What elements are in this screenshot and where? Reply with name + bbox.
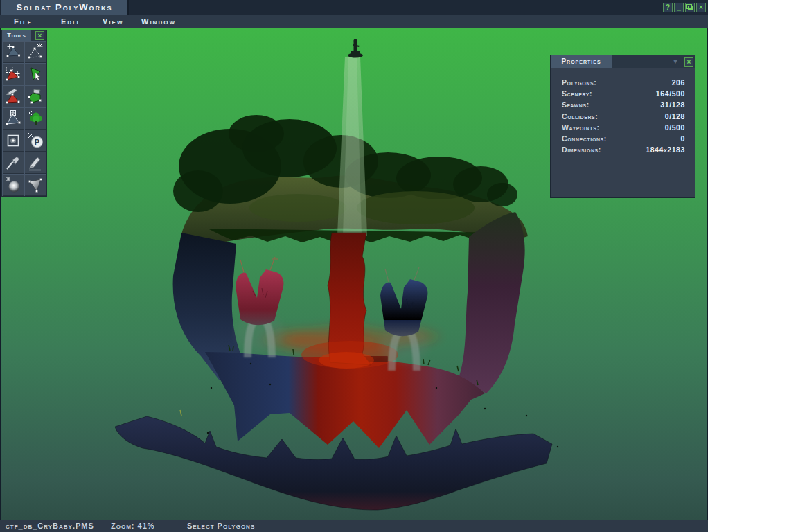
depth-tool-button[interactable] bbox=[24, 174, 46, 196]
transform-tool-icon bbox=[4, 43, 22, 61]
properties-close-button[interactable]: × bbox=[684, 57, 693, 66]
spawn-tool-button[interactable] bbox=[2, 130, 24, 152]
close-button[interactable]: × bbox=[696, 3, 706, 12]
waypoint-tool-button[interactable]: P bbox=[24, 130, 46, 152]
collapse-icon[interactable]: ▼ bbox=[672, 55, 679, 68]
map-canvas[interactable]: Tools × bbox=[1, 28, 707, 520]
svg-text:P: P bbox=[35, 138, 39, 146]
restore-button[interactable] bbox=[685, 3, 695, 12]
scenery-tool-button[interactable] bbox=[24, 107, 46, 130]
vertex-selection-tool-button[interactable] bbox=[24, 41, 46, 63]
property-row-polygons: Polygons: 206 bbox=[551, 77, 695, 88]
tools-close-button[interactable]: × bbox=[35, 31, 44, 40]
menu-window[interactable]: Window bbox=[141, 15, 176, 28]
menu-bar: File Edit View Window bbox=[0, 15, 708, 28]
depth-tool-icon bbox=[26, 176, 44, 194]
texture-tool-icon bbox=[26, 87, 44, 105]
property-row-colliders: Colliders: 0/128 bbox=[551, 111, 695, 122]
right-wall bbox=[459, 212, 525, 393]
property-value: 206 bbox=[672, 77, 685, 88]
property-label: Scenery: bbox=[562, 88, 592, 99]
move-tool-button[interactable] bbox=[24, 63, 46, 85]
app-window: Soldat PolyWorks ? _ × File Edit View Wi… bbox=[0, 0, 708, 532]
title-bar[interactable]: Soldat PolyWorks ? _ × bbox=[0, 0, 708, 15]
properties-panel: Properties ▼ × Polygons: 206 Scenery: 16… bbox=[550, 55, 695, 198]
property-row-dimensions: Dimensions: 1844x2183 bbox=[551, 144, 695, 155]
statue bbox=[348, 39, 363, 57]
color-picker-tool-button[interactable] bbox=[2, 152, 24, 174]
menu-view[interactable]: View bbox=[103, 15, 123, 28]
crayon-tool-button[interactable] bbox=[24, 152, 46, 174]
restore-icon bbox=[688, 6, 693, 10]
polygon-tool-button[interactable] bbox=[2, 107, 24, 130]
tools-palette-title: Tools bbox=[2, 30, 31, 41]
help-button[interactable]: ? bbox=[663, 3, 673, 12]
crayon-tool-icon bbox=[26, 154, 44, 172]
property-label: Waypoints: bbox=[562, 122, 600, 133]
color-picker-tool-icon bbox=[4, 154, 22, 172]
polygon-tool-icon bbox=[4, 109, 22, 127]
status-zoom-level: Zoom: 41% bbox=[111, 520, 155, 532]
properties-list: Polygons: 206 Scenery: 164/500 Spawns: 3… bbox=[551, 68, 695, 155]
properties-panel-title: Properties bbox=[551, 55, 612, 68]
property-label: Polygons: bbox=[562, 77, 596, 88]
move-tool-icon bbox=[26, 65, 44, 83]
light-tool-button[interactable] bbox=[2, 174, 24, 196]
property-value: 1844x2183 bbox=[646, 144, 685, 155]
light-tool-icon bbox=[4, 176, 22, 194]
property-row-connections: Connections: 0 bbox=[551, 133, 695, 144]
vertex-color-tool-icon bbox=[4, 87, 22, 105]
texture-tool-button[interactable] bbox=[24, 85, 46, 107]
tools-palette: Tools × bbox=[1, 30, 47, 197]
selection-tool-button[interactable] bbox=[2, 63, 24, 85]
property-value: 0 bbox=[681, 133, 685, 144]
transform-tool-button[interactable] bbox=[2, 41, 24, 63]
properties-panel-titlebar[interactable]: Properties ▼ × bbox=[551, 55, 695, 68]
property-value: 31/128 bbox=[660, 99, 685, 110]
status-tool-mode: Select Polygons bbox=[187, 520, 255, 532]
property-row-scenery: Scenery: 164/500 bbox=[551, 88, 695, 99]
scenery-tool-icon bbox=[26, 109, 44, 127]
vertex-color-tool-button[interactable] bbox=[2, 85, 24, 107]
status-bar: ctf_db_CryBaby.PMS Zoom: 41% Select Poly… bbox=[0, 520, 708, 532]
property-value: 0/128 bbox=[665, 111, 685, 122]
property-label: Connections: bbox=[562, 133, 607, 144]
property-row-spawns: Spawns: 31/128 bbox=[551, 99, 695, 110]
menu-edit[interactable]: Edit bbox=[61, 15, 80, 28]
app-title: Soldat PolyWorks bbox=[1, 0, 129, 15]
spawn-tool-icon bbox=[4, 132, 22, 150]
status-filename: ctf_db_CryBaby.PMS bbox=[6, 520, 94, 532]
menu-file[interactable]: File bbox=[14, 15, 33, 28]
property-label: Colliders: bbox=[562, 111, 598, 122]
property-label: Dimensions: bbox=[562, 144, 601, 155]
property-value: 164/500 bbox=[656, 88, 685, 99]
property-value: 0/500 bbox=[665, 122, 685, 133]
waypoint-tool-icon: P bbox=[26, 132, 44, 150]
property-label: Spawns: bbox=[562, 99, 589, 110]
property-row-waypoints: Waypoints: 0/500 bbox=[551, 122, 695, 133]
selection-tool-icon bbox=[4, 65, 22, 83]
vertex-selection-tool-icon bbox=[26, 43, 44, 61]
minimize-button[interactable]: _ bbox=[674, 3, 684, 12]
red-flag-statue bbox=[236, 257, 284, 325]
tools-palette-titlebar[interactable]: Tools × bbox=[2, 30, 46, 41]
